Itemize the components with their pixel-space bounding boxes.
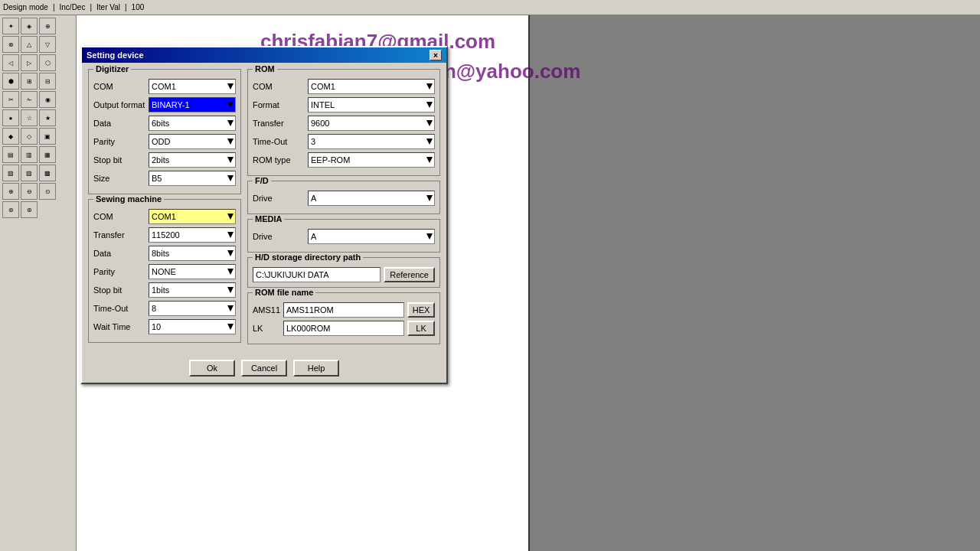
- tool-btn-28[interactable]: ⊕: [2, 183, 19, 200]
- digitizer-com-label: COM: [93, 82, 149, 91]
- rom-format-row: Format INTELMOTOROLA: [253, 97, 435, 112]
- sewing-waittime-row: Wait Time 5101520: [93, 319, 236, 334]
- tool-btn-16[interactable]: ●: [2, 109, 19, 126]
- rom-transfer-row: Transfer 9600192003840057600115200: [253, 116, 435, 131]
- tool-btn-15[interactable]: ◉: [39, 91, 56, 108]
- lk-row: LK LK: [253, 321, 435, 336]
- tool-btn-2[interactable]: ◈: [21, 18, 38, 34]
- tool-buttons: ✦ ◈ ⊕ ⊗ △ ▽ ◁ ▷ ⬡ ⬢ ⊞ ⊟ ✂ ✁ ◉ ● ☆ ★ ◆ ◇ …: [0, 15, 76, 220]
- sewing-data-row: Data 6bits7bits8bits: [93, 246, 236, 261]
- tool-btn-11[interactable]: ⊞: [21, 73, 38, 90]
- left-toolbar: ✦ ◈ ⊕ ⊗ △ ▽ ◁ ▷ ⬡ ⬢ ⊞ ⊟ ✂ ✁ ◉ ● ☆ ★ ◆ ◇ …: [0, 15, 77, 551]
- tool-btn-27[interactable]: ▩: [39, 165, 56, 181]
- tool-btn-12[interactable]: ⊟: [39, 73, 56, 90]
- tool-btn-10[interactable]: ⬢: [2, 73, 19, 90]
- sewing-waittime-select[interactable]: 5101520: [149, 319, 236, 334]
- tool-btn-25[interactable]: ▧: [2, 165, 19, 181]
- toolbar-text2: Inc/Dec: [60, 3, 86, 11]
- digitizer-stopbit-row: Stop bit 1bits2bits: [93, 152, 236, 168]
- dialog-body: Digitizer COM COM1COM2COM3COM4 Output fo…: [82, 63, 446, 355]
- digitizer-format-label: Output format: [93, 100, 149, 109]
- tool-btn-5[interactable]: △: [21, 36, 38, 53]
- rom-timeout-row: Time-Out 35810: [253, 134, 435, 149]
- tool-btn-29[interactable]: ⊖: [21, 183, 38, 200]
- digitizer-stopbit-label: Stop bit: [93, 155, 149, 165]
- ams11-ext-button[interactable]: HEX: [407, 302, 435, 318]
- tool-btn-30[interactable]: ⊙: [39, 183, 56, 200]
- tool-btn-14[interactable]: ✁: [21, 91, 38, 108]
- sewing-timeout-label: Time-Out: [93, 304, 149, 313]
- rom-format-label: Format: [253, 100, 308, 109]
- toolbar-text4: 100: [132, 3, 145, 11]
- tool-btn-20[interactable]: ◇: [21, 128, 38, 145]
- toolbar-sep2: |: [90, 3, 92, 11]
- reference-button[interactable]: Reference: [384, 267, 435, 282]
- tool-btn-17[interactable]: ☆: [21, 109, 38, 126]
- lk-input[interactable]: [283, 321, 404, 336]
- dialog-close-button[interactable]: ×: [430, 50, 442, 60]
- sewing-parity-select[interactable]: ODDEVENNONE: [149, 264, 236, 279]
- rom-file-legend: ROM file name: [253, 288, 315, 297]
- tool-btn-24[interactable]: ▦: [39, 146, 56, 163]
- rom-transfer-label: Transfer: [253, 119, 308, 128]
- digitizer-stopbit-select[interactable]: 1bits2bits: [149, 152, 236, 168]
- rom-type-select[interactable]: EEP-ROMFLASH: [308, 152, 435, 168]
- digitizer-data-label: Data: [93, 119, 149, 128]
- rom-file-fields: AMS11 HEX LK LK: [253, 302, 435, 336]
- digitizer-size-select[interactable]: A3A4B5B4: [149, 171, 236, 186]
- tool-btn-26[interactable]: ▨: [21, 165, 38, 181]
- sewing-com-select[interactable]: COM1COM2COM3COM4: [149, 209, 236, 224]
- tool-btn-4[interactable]: ⊗: [2, 36, 19, 53]
- setting-device-dialog: Setting device × Digitizer COM COM1COM2C…: [80, 46, 448, 384]
- digitizer-com-select[interactable]: COM1COM2COM3COM4: [149, 79, 236, 94]
- digitizer-size-row: Size A3A4B5B4: [93, 171, 236, 186]
- toolbar-sep: |: [53, 3, 55, 11]
- fd-legend: F/D: [253, 176, 271, 185]
- tool-btn-8[interactable]: ▷: [21, 54, 38, 71]
- media-drive-select[interactable]: ABC: [308, 229, 435, 244]
- media-fields: Drive ABC: [253, 229, 435, 244]
- tool-btn-13[interactable]: ✂: [2, 91, 19, 108]
- help-button[interactable]: Help: [293, 360, 339, 377]
- rom-com-select[interactable]: COM1COM2COM3COM4: [308, 79, 435, 94]
- sewing-transfer-select[interactable]: 9600192003840057600115200: [149, 227, 236, 243]
- tool-btn-22[interactable]: ▤: [2, 146, 19, 163]
- lk-ext-button[interactable]: LK: [407, 321, 435, 336]
- ok-button[interactable]: Ok: [189, 360, 235, 377]
- rom-timeout-select[interactable]: 35810: [308, 134, 435, 149]
- digitizer-format-select[interactable]: BINARY-1BINARY-2ASCII: [149, 97, 236, 112]
- tool-btn-18[interactable]: ★: [39, 109, 56, 126]
- rom-timeout-label: Time-Out: [253, 137, 308, 146]
- tool-btn-1[interactable]: ✦: [2, 18, 19, 34]
- digitizer-parity-select[interactable]: ODDEVENNONE: [149, 134, 236, 149]
- hd-path-input[interactable]: [253, 267, 381, 282]
- tool-btn-6[interactable]: ▽: [39, 36, 56, 53]
- tool-btn-21[interactable]: ▣: [39, 128, 56, 145]
- sewing-timeout-row: Time-Out 35810: [93, 301, 236, 316]
- ams11-input[interactable]: [283, 302, 404, 318]
- toolbar-sep3: |: [125, 3, 127, 11]
- digitizer-data-select[interactable]: 6bits7bits8bits: [149, 116, 236, 131]
- sewing-machine-legend: Sewing machine: [93, 194, 164, 204]
- sewing-stopbit-select[interactable]: 1bits2bits: [149, 282, 236, 298]
- fd-drive-select[interactable]: ABC: [308, 191, 435, 206]
- sewing-machine-fields: COM COM1COM2COM3COM4 Transfer 9600192003…: [93, 209, 236, 334]
- tool-btn-3[interactable]: ⊕: [39, 18, 56, 34]
- sewing-machine-group: Sewing machine COM COM1COM2COM3COM4 Tran…: [88, 199, 241, 343]
- sewing-stopbit-row: Stop bit 1bits2bits: [93, 282, 236, 298]
- sewing-data-select[interactable]: 6bits7bits8bits: [149, 246, 236, 261]
- rom-transfer-select[interactable]: 9600192003840057600115200: [308, 116, 435, 131]
- tool-btn-31[interactable]: ⊚: [2, 201, 19, 218]
- sewing-timeout-select[interactable]: 35810: [149, 301, 236, 316]
- tool-btn-7[interactable]: ◁: [2, 54, 19, 71]
- rom-file-group: ROM file name AMS11 HEX LK LK: [247, 292, 440, 344]
- rom-type-row: ROM type EEP-ROMFLASH: [253, 152, 435, 168]
- tool-btn-32[interactable]: ⊛: [21, 201, 38, 218]
- tool-btn-23[interactable]: ▥: [21, 146, 38, 163]
- rom-format-select[interactable]: INTELMOTOROLA: [308, 97, 435, 112]
- dialog-footer: Ok Cancel Help: [82, 355, 446, 383]
- tool-btn-19[interactable]: ◆: [2, 128, 19, 145]
- cancel-button[interactable]: Cancel: [241, 360, 287, 377]
- tool-btn-9[interactable]: ⬡: [39, 54, 56, 71]
- digitizer-data-row: Data 6bits7bits8bits: [93, 116, 236, 131]
